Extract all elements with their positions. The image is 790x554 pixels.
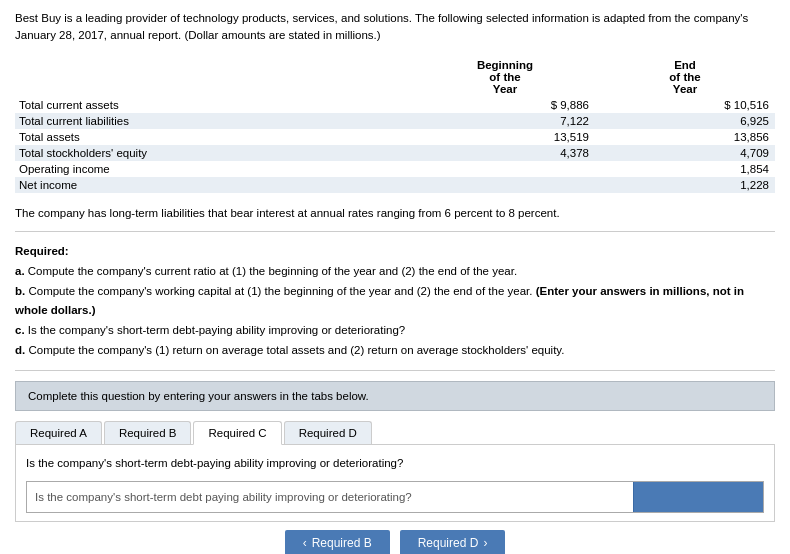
- tab-d[interactable]: Required D: [284, 421, 372, 444]
- tab-content-area: Is the company's short-term debt-paying …: [15, 445, 775, 522]
- table-header-end: End of the Year: [595, 57, 775, 97]
- table-cell-label: Operating income: [15, 161, 415, 177]
- required-item-d: d. Compute the company's (1) return on a…: [15, 341, 775, 359]
- table-cell-col2: 6,925: [595, 113, 775, 129]
- table-cell-col1: 7,122: [415, 113, 595, 129]
- table-cell-label: Total stockholders' equity: [15, 145, 415, 161]
- nav-buttons: ‹ Required B Required D ›: [15, 530, 775, 554]
- next-button[interactable]: Required D ›: [400, 530, 506, 554]
- intro-text: Best Buy is a leading provider of techno…: [15, 10, 775, 45]
- table-header-row: Beginning of the Year End of the Year: [15, 57, 775, 97]
- next-button-label: Required D: [418, 536, 479, 550]
- tab-question: Is the company's short-term debt-paying …: [26, 453, 764, 473]
- long-term-text: The company has long-term liabilities th…: [15, 207, 775, 219]
- tab-c[interactable]: Required C: [193, 421, 281, 445]
- table-cell-col1: $ 9,886: [415, 97, 595, 113]
- table-cell-col1: [415, 177, 595, 193]
- table-header-beginning: Beginning of the Year: [415, 57, 595, 97]
- answer-input-text: Is the company's short-term debt paying …: [27, 486, 633, 508]
- table-cell-col2: 4,709: [595, 145, 775, 161]
- table-cell-label: Total assets: [15, 129, 415, 145]
- table-cell-label: Total current assets: [15, 97, 415, 113]
- answer-input-row[interactable]: Is the company's short-term debt paying …: [26, 481, 764, 513]
- required-item-c: c. Is the company's short-term debt-payi…: [15, 321, 775, 339]
- table-cell-col1: [415, 161, 595, 177]
- prev-button[interactable]: ‹ Required B: [285, 530, 390, 554]
- table-cell-col2: 1,854: [595, 161, 775, 177]
- prev-arrow-icon: ‹: [303, 536, 307, 550]
- table-header-empty: [15, 57, 415, 97]
- table-cell-col2: 13,856: [595, 129, 775, 145]
- table-row: Net income 1,228: [15, 177, 775, 193]
- required-label: Required:: [15, 245, 69, 257]
- required-item-b: b. Compute the company's working capital…: [15, 282, 775, 319]
- tab-b[interactable]: Required B: [104, 421, 192, 444]
- complete-box: Complete this question by entering your …: [15, 381, 775, 411]
- financial-table: Beginning of the Year End of the Year To…: [15, 57, 775, 193]
- divider: [15, 231, 775, 232]
- table-cell-col1: 4,378: [415, 145, 595, 161]
- table-row: Operating income 1,854: [15, 161, 775, 177]
- table-row: Total current liabilities 7,122 6,925: [15, 113, 775, 129]
- table-cell-label: Total current liabilities: [15, 113, 415, 129]
- table-row: Total stockholders' equity 4,378 4,709: [15, 145, 775, 161]
- required-section: Required: a. Compute the company's curre…: [15, 242, 775, 360]
- table-row: Total current assets $ 9,886 $ 10,516: [15, 97, 775, 113]
- table-row: Total assets 13,519 13,856: [15, 129, 775, 145]
- prev-button-label: Required B: [312, 536, 372, 550]
- table-cell-col2: 1,228: [595, 177, 775, 193]
- table-cell-col2: $ 10,516: [595, 97, 775, 113]
- tab-a[interactable]: Required A: [15, 421, 102, 444]
- table-cell-label: Net income: [15, 177, 415, 193]
- divider2: [15, 370, 775, 371]
- table-cell-col1: 13,519: [415, 129, 595, 145]
- tabs-row: Required ARequired BRequired CRequired D: [15, 421, 775, 445]
- required-item-a: a. Compute the company's current ratio a…: [15, 262, 775, 280]
- answer-input-blue-box[interactable]: [633, 482, 763, 512]
- next-arrow-icon: ›: [483, 536, 487, 550]
